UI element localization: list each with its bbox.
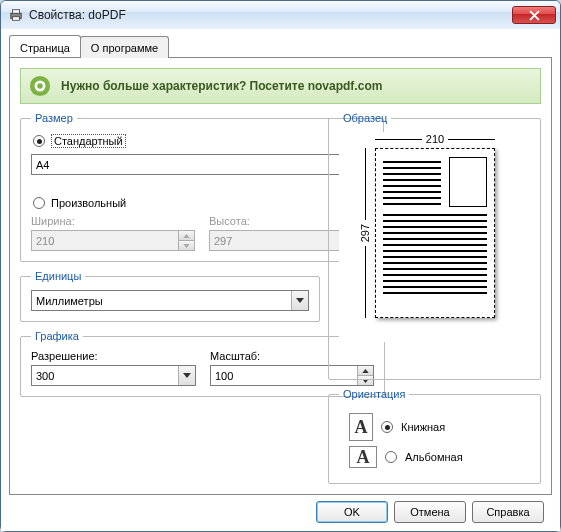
units-combo[interactable] [31,290,309,311]
resolution-combo[interactable] [31,365,196,386]
chevron-down-icon [178,240,194,250]
tab-page[interactable]: Страница [9,35,81,57]
button-bar: OK Отмена Справка [9,495,552,523]
chevron-up-icon [178,231,194,240]
orientation-legend: Ориентация [339,388,409,400]
radio-icon [381,421,393,433]
close-icon [529,10,540,21]
paper-size-combo[interactable] [31,154,373,175]
graphics-legend: Графика [31,330,83,342]
width-label: Ширина: [31,215,195,227]
landscape-label: Альбомная [405,451,463,463]
units-legend: Единицы [31,270,85,282]
dim-height: 297 [355,148,375,318]
sample-legend: Образец [339,112,391,124]
sample-group: Образец 210 297 [328,112,541,380]
width-input [31,230,195,251]
close-button[interactable] [512,6,556,24]
promo-banner[interactable]: Нужно больше характеристик? Посетите nov… [20,68,541,104]
nova-logo-icon [29,75,51,97]
radio-standard[interactable]: Стандартный [33,134,373,148]
client-area: Страница О программе Нужно больше характ… [1,29,560,531]
window-title: Свойства: doPDF [29,8,506,22]
landscape-icon: A [349,446,377,468]
tab-strip: Страница О программе [9,35,552,57]
portrait-icon: A [349,413,373,441]
page-preview-paper [375,148,495,318]
promo-link[interactable]: novapdf.com [308,79,383,93]
resolution-label: Разрешение: [31,350,196,362]
dim-width: 210 [375,132,495,146]
portrait-label: Книжная [401,421,445,433]
properties-dialog: Свойства: doPDF Страница О программе Нуж… [0,0,561,532]
units-group: Единицы [20,270,320,322]
titlebar: Свойства: doPDF [1,1,560,29]
units-value[interactable] [32,291,291,310]
radio-custom[interactable]: Произвольный [33,197,373,209]
orientation-group: Ориентация A Книжная A Альбомная [328,388,541,484]
size-legend: Размер [31,112,77,124]
radio-portrait[interactable]: A Книжная [349,413,530,441]
tab-about[interactable]: О программе [80,36,169,58]
cancel-button[interactable]: Отмена [394,501,466,523]
resolution-value[interactable] [32,366,178,385]
radio-custom-label: Произвольный [51,197,126,209]
printer-icon [9,8,23,22]
ok-button[interactable]: OK [316,501,388,523]
radio-icon [385,451,397,463]
svg-rect-2 [13,17,20,21]
radio-standard-label: Стандартный [51,134,126,148]
chevron-down-icon[interactable] [178,366,195,385]
svg-rect-1 [13,10,20,14]
radio-icon [33,135,45,147]
help-button[interactable]: Справка [472,501,544,523]
promo-text: Нужно больше характеристик? Посетите nov… [61,79,382,93]
radio-icon [33,197,45,209]
tab-pane: Нужно больше характеристик? Посетите nov… [9,57,552,495]
radio-landscape[interactable]: A Альбомная [349,446,530,468]
page-preview: 210 297 [339,132,530,342]
paper-size-value[interactable] [32,155,355,174]
svg-point-5 [37,83,43,89]
chevron-down-icon[interactable] [291,291,308,310]
